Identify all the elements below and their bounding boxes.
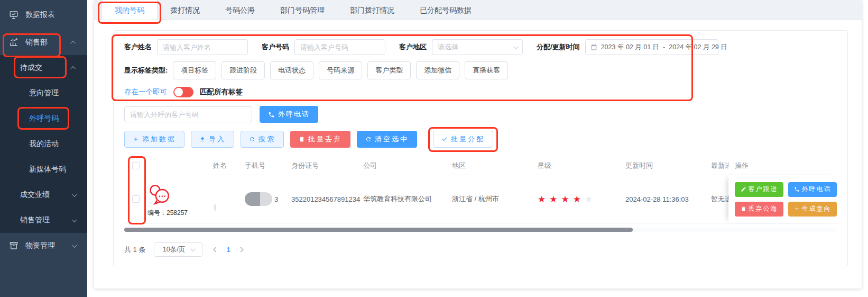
wechat-chat-icon[interactable] <box>147 183 172 205</box>
table-header-row: 姓名 手机号 身份证号 公司 地区 星级 更新时间 最新进展 操作 <box>124 157 837 175</box>
sidebar-item-label: 我的活动 <box>29 139 59 149</box>
calendar-icon <box>590 44 597 51</box>
sidebar-item-sales-mgmt[interactable]: 销售管理 <box>0 208 87 233</box>
tab-my-numbers[interactable]: 我的号码 <box>101 0 158 20</box>
content-card: 客户姓名 客户号码 客户地区 请选择 分配/更新时间 <box>113 30 848 266</box>
discard-label: 丢弃公海 <box>749 204 778 213</box>
create-intention-button[interactable]: 生成意向 <box>788 202 837 217</box>
date-range-picker[interactable]: 2023 年 02 月 01 日 - 2024 年 02 月 29 日 <box>585 39 718 55</box>
sidebar-item-label: 待成交 <box>20 63 42 73</box>
search-label: 搜索 <box>258 134 275 144</box>
date-range-end: 2024 年 02 月 29 日 <box>669 43 727 52</box>
outbound-number-input[interactable] <box>124 106 252 122</box>
batch-assign-button[interactable]: 批量分配 <box>433 131 493 148</box>
sidebar-item-pending-deal[interactable]: 待成交 <box>0 55 87 80</box>
id-card-value: 352201234567891234 <box>291 195 363 203</box>
date-range-separator: - <box>663 43 665 51</box>
plus-icon <box>133 136 139 142</box>
tab-label: 拨打情况 <box>170 6 200 14</box>
refresh-icon <box>249 136 255 142</box>
col-header-actions: 操作 <box>728 157 837 175</box>
col-header-phone: 手机号 <box>245 161 291 170</box>
tab-assigned-number-data[interactable]: 已分配号码数据 <box>407 0 484 20</box>
row-actions-cell: 客户跟进 外呼电话 丢弃公海 生成意向 <box>728 175 837 223</box>
discard-to-pool-button[interactable]: 丢弃公海 <box>735 202 783 217</box>
sidebar-item-new-media-numbers[interactable]: 新媒体号码 <box>0 157 87 182</box>
star-rating[interactable]: ★★★★★ <box>538 194 596 204</box>
batch-discard-button[interactable]: 批量丢弃 <box>290 131 350 148</box>
pagination: 共 1 条 10条/页 1 <box>124 242 837 257</box>
tag-match-toggle[interactable] <box>173 87 193 97</box>
row-checkbox[interactable] <box>132 195 140 203</box>
total-count: 共 1 条 <box>124 245 145 255</box>
tab-dept-number-mgmt[interactable]: 部门号码管理 <box>267 0 337 20</box>
clear-selected-label: 清空选中 <box>375 134 409 144</box>
tag-follow-stage-button[interactable]: 跟进阶段 <box>221 61 265 79</box>
phone-icon <box>268 111 275 118</box>
date-range-start: 2023 年 02 月 01 日 <box>601 43 659 52</box>
page-size-select[interactable]: 10条/页 <box>154 242 202 257</box>
plus-icon <box>794 206 800 212</box>
outbound-call-label: 外呼电话 <box>278 110 310 119</box>
redacted-phone <box>245 192 272 206</box>
tag-number-source-button[interactable]: 号码来源 <box>319 61 362 79</box>
sidebar-item-label: 销售管理 <box>20 215 50 225</box>
col-header-update-time: 更新时间 <box>625 161 711 170</box>
chevron-up-icon <box>70 66 76 71</box>
sidebar-item-outbound-numbers[interactable]: 外呼号码 <box>0 106 87 131</box>
customer-follow-up-button[interactable]: 客户跟进 <box>735 182 783 197</box>
match-all-label: 匹配所有标签 <box>200 87 243 97</box>
tab-label: 我的号码 <box>115 6 144 14</box>
sidebar-item-label: 新媒体号码 <box>29 165 66 174</box>
tab-call-status[interactable]: 拨打情况 <box>158 0 213 20</box>
add-data-label: 添加数据 <box>142 134 176 144</box>
tag-live-leads-button[interactable]: 直播获客 <box>465 61 508 79</box>
table-row: 编号：258257 3 352201234567891234 华筑教育科技有限公… <box>124 175 837 223</box>
match-any-label: 存在一个即可 <box>124 87 167 97</box>
edit-icon <box>741 186 746 192</box>
current-page[interactable]: 1 <box>226 246 230 254</box>
customer-name-input[interactable] <box>157 39 248 55</box>
customer-number-input[interactable] <box>294 39 385 55</box>
search-button[interactable]: 搜索 <box>241 131 284 148</box>
add-data-button[interactable]: 添加数据 <box>124 131 184 148</box>
assign-time-label: 分配/更新时间 <box>537 42 580 52</box>
scrollbar-thumb[interactable] <box>124 228 633 232</box>
prev-page-button[interactable] <box>214 248 218 251</box>
sidebar-item-label: 成交业绩 <box>20 190 50 200</box>
create-intention-label: 生成意向 <box>802 204 832 213</box>
sidebar-item-material-mgmt[interactable]: 物资管理 <box>0 233 87 258</box>
tab-dept-call-status[interactable]: 部门拨打情况 <box>337 0 407 20</box>
clear-selected-button[interactable]: 清空选中 <box>357 131 417 148</box>
tab-number-pool[interactable]: 号码公海 <box>213 0 267 20</box>
page-size-value: 10条/页 <box>163 245 185 254</box>
next-page-button[interactable] <box>239 248 243 251</box>
sidebar-item-sales-dept[interactable]: 销售部 <box>0 30 87 55</box>
horizontal-scrollbar[interactable] <box>124 228 837 232</box>
toggle-knob <box>174 88 183 96</box>
tag-wechat-added-button[interactable]: 添加微信 <box>416 61 459 79</box>
dialer-row: 外呼电话 <box>124 106 837 123</box>
sidebar-item-intention-mgmt[interactable]: 意向管理 <box>0 80 87 106</box>
sidebar-item-label: 销售部 <box>25 38 48 47</box>
customer-region-label: 客户地区 <box>399 42 427 52</box>
select-all-checkbox[interactable] <box>132 162 140 169</box>
region-select-placeholder: 请选择 <box>438 42 458 52</box>
filter-row-1: 客户姓名 客户号码 客户地区 请选择 分配/更新时间 <box>124 39 685 55</box>
sidebar-item-reports[interactable]: 数据报表 <box>0 0 87 30</box>
import-button[interactable]: 导入 <box>191 131 234 148</box>
customer-region-select[interactable]: 请选择 <box>432 39 523 55</box>
col-header-name: 姓名 <box>213 161 245 170</box>
sidebar-item-deal-performance[interactable]: 成交业绩 <box>0 182 87 208</box>
follow-up-label: 客户跟进 <box>749 185 778 194</box>
sidebar-item-label: 外呼号码 <box>29 114 59 123</box>
check-icon <box>441 136 448 142</box>
row-outbound-call-button[interactable]: 外呼电话 <box>788 182 837 197</box>
tag-phone-status-button[interactable]: 电话状态 <box>270 61 313 79</box>
sidebar-item-label: 意向管理 <box>29 88 59 98</box>
outbound-call-button[interactable]: 外呼电话 <box>260 106 318 123</box>
chevron-down-icon <box>72 242 77 248</box>
tag-customer-type-button[interactable]: 客户类型 <box>367 61 411 79</box>
sidebar-item-my-activities[interactable]: 我的活动 <box>0 131 87 157</box>
tag-project-button[interactable]: 项目标签 <box>173 61 216 79</box>
